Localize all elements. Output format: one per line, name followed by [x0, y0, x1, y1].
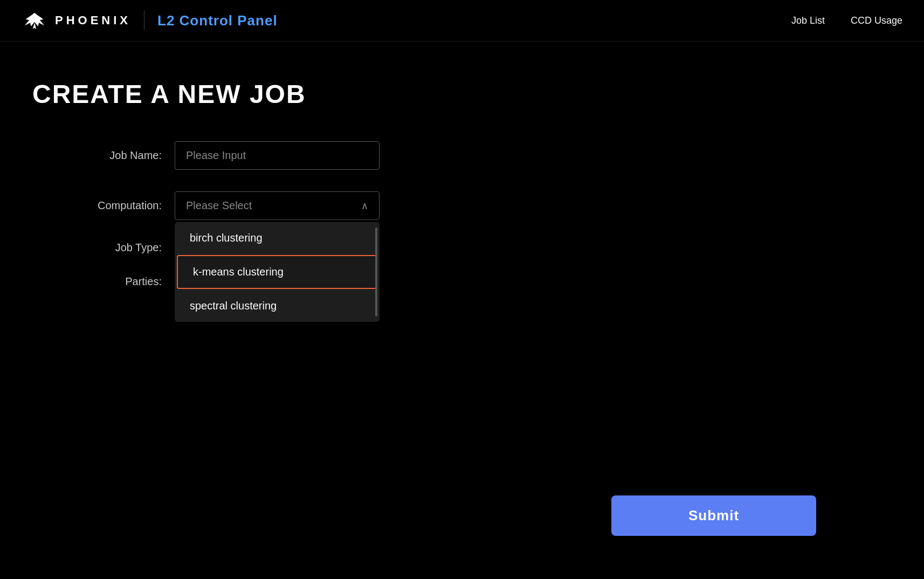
computation-label: Computation: [75, 199, 162, 212]
parties-label: Parties: [75, 275, 162, 288]
create-job-form: Job Name: Computation: Please Select ∧ b… [75, 141, 507, 288]
chevron-up-icon: ∧ [361, 200, 368, 212]
header-title: L2 Control Panel [157, 12, 278, 29]
dropdown-option-spectral[interactable]: spectral clustering [175, 290, 380, 322]
header: PHOENIX L2 Control Panel Job List CCD Us… [0, 0, 924, 42]
nav-ccd-usage[interactable]: CCD Usage [851, 15, 902, 26]
header-divider [144, 11, 144, 30]
computation-select[interactable]: Please Select ∧ [175, 191, 380, 220]
computation-select-value: Please Select [186, 199, 252, 212]
logo-text: PHOENIX [55, 13, 131, 27]
svg-marker-0 [33, 23, 36, 29]
dropdown-option-kmeans[interactable]: k-means clustering [177, 255, 377, 289]
submit-area: Submit [611, 495, 816, 536]
computation-row: Computation: Please Select ∧ birch clust… [75, 191, 507, 220]
job-name-label: Job Name: [75, 149, 162, 162]
header-nav: Job List CCD Usage [791, 15, 902, 26]
phoenix-logo-icon [22, 10, 47, 31]
job-type-label: Job Type: [75, 242, 162, 254]
svg-point-1 [33, 13, 36, 16]
job-name-input[interactable] [175, 141, 380, 170]
nav-job-list[interactable]: Job List [791, 15, 825, 26]
dropdown-scrollbar [375, 228, 377, 316]
job-name-row: Job Name: [75, 141, 507, 170]
logo: PHOENIX [22, 10, 131, 31]
page-title: CREATE A NEW JOB [32, 79, 892, 109]
main-content: CREATE A NEW JOB Job Name: Computation: … [0, 42, 924, 320]
computation-dropdown-menu: birch clustering k-means clustering spec… [175, 222, 380, 322]
dropdown-option-birch[interactable]: birch clustering [175, 222, 380, 254]
submit-button[interactable]: Submit [611, 495, 816, 536]
computation-dropdown-wrapper: Please Select ∧ birch clustering k-means… [175, 191, 380, 220]
